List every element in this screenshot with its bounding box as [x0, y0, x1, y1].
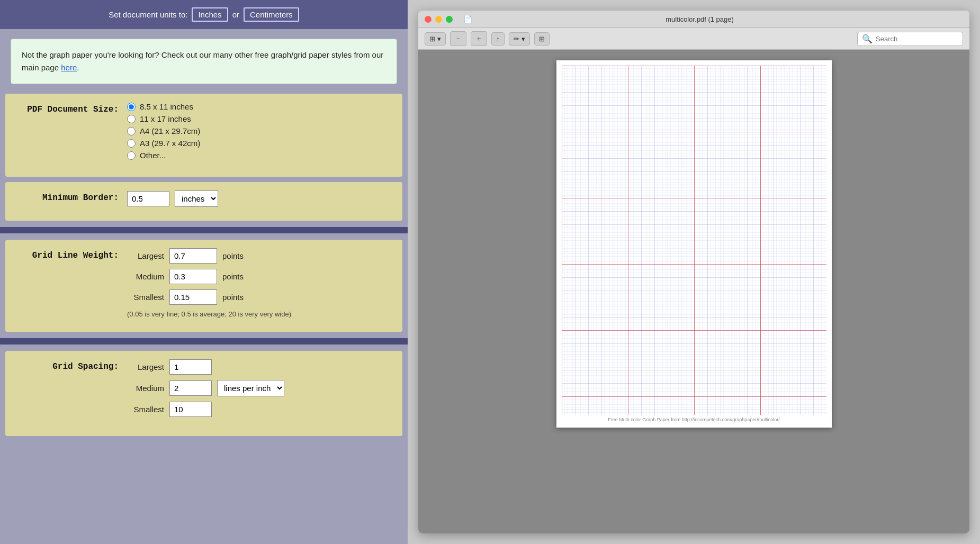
weight-largest-row: Largest points: [127, 248, 392, 264]
size-label-a3: A3 (29.7 x 42cm): [140, 139, 200, 148]
size-option-other[interactable]: Other...: [127, 151, 392, 160]
spacing-largest-input[interactable]: [169, 359, 212, 375]
grid-icon: ⊞: [539, 35, 545, 43]
weight-medium-label: Medium: [127, 272, 164, 281]
spacing-smallest-label: Smallest: [127, 405, 164, 414]
here-link[interactable]: here: [61, 63, 77, 72]
grid-weight-row: Grid Line Weight: Largest points Medium …: [16, 248, 392, 318]
more-button[interactable]: ⊞: [534, 32, 550, 46]
search-icon: 🔍: [862, 34, 873, 44]
weight-largest-unit: points: [222, 251, 244, 260]
set-units-label: Set document units to:: [109, 10, 187, 19]
grid-weight-label: Grid Line Weight:: [32, 251, 119, 260]
border-unit-select[interactable]: inches cm: [175, 191, 218, 207]
view-toggle-group: ⊞ ▾: [425, 32, 446, 46]
grid-weight-label-col: Grid Line Weight:: [16, 248, 127, 260]
min-border-row: Minimum Border: inches cm: [16, 191, 392, 207]
annotate-chevron-icon: ▾: [522, 35, 525, 43]
right-panel: 📄 multicolor.pdf (1 page) ⊞ ▾ － ＋ ↑: [408, 0, 980, 544]
weight-largest-label: Largest: [127, 251, 164, 260]
pdf-footer: Free Multi-color Graph Paper from http:/…: [562, 417, 826, 422]
search-box: 🔍: [857, 32, 963, 46]
grid-spacing-label-col: Grid Spacing:: [16, 359, 127, 371]
grid-spacing-section: Grid Spacing: Largest Medium lines per i…: [5, 351, 402, 436]
grid-view-icon: ⊞: [429, 35, 435, 43]
pdf-content: Free Multi-color Graph Paper from http:/…: [418, 50, 969, 533]
zoom-in-button[interactable]: ＋: [471, 31, 487, 46]
size-label-8511: 8.5 x 11 inches: [140, 102, 193, 111]
min-border-label: Minimum Border:: [42, 193, 119, 203]
spacing-smallest-row: Smallest: [127, 402, 392, 417]
divider-2: [0, 338, 408, 344]
weight-smallest-row: Smallest points: [127, 289, 392, 305]
pdf-toolbar: ⊞ ▾ － ＋ ↑ ✏ ▾ ⊞: [418, 28, 969, 50]
pen-icon: ✏: [514, 35, 519, 43]
info-box: Not the graph paper you're looking for? …: [11, 39, 397, 84]
min-border-controls: inches cm: [127, 191, 392, 207]
left-panel: Set document units to: Inches or Centime…: [0, 0, 408, 544]
inches-button[interactable]: Inches: [192, 7, 228, 22]
share-button[interactable]: ↑: [491, 32, 505, 46]
zoom-in-icon: ＋: [475, 34, 482, 43]
weight-smallest-label: Smallest: [127, 293, 164, 302]
pdf-window: 📄 multicolor.pdf (1 page) ⊞ ▾ － ＋ ↑: [418, 11, 969, 533]
border-input-row: inches cm: [127, 191, 392, 207]
weight-medium-row: Medium points: [127, 269, 392, 284]
zoom-out-icon: －: [455, 34, 462, 43]
size-label-1117: 11 x 17 inches: [140, 114, 191, 123]
svg-rect-3: [562, 66, 826, 415]
graph-paper: [562, 66, 826, 415]
weight-smallest-unit: points: [222, 293, 244, 302]
spacing-unit-select[interactable]: lines per inch lines per cm: [217, 380, 284, 396]
pdf-size-section: PDF Document Size: 8.5 x 11 inches 11 x …: [5, 94, 402, 177]
weight-medium-unit: points: [222, 272, 244, 281]
spacing-medium-input[interactable]: [169, 380, 212, 396]
spacing-largest-row: Largest: [127, 359, 392, 375]
grid-spacing-row: Grid Spacing: Largest Medium lines per i…: [16, 359, 392, 422]
size-label-a4: A4 (21 x 29.7cm): [140, 126, 200, 135]
pdf-size-row: PDF Document Size: 8.5 x 11 inches 11 x …: [16, 102, 392, 163]
min-border-label-col: Minimum Border:: [16, 191, 127, 203]
size-radio-other[interactable]: [127, 151, 136, 160]
pdf-size-label-col: PDF Document Size:: [16, 102, 127, 114]
size-option-8511[interactable]: 8.5 x 11 inches: [127, 102, 392, 111]
graph-paper-svg: [562, 66, 826, 415]
grid-spacing-label: Grid Spacing:: [52, 362, 119, 371]
view-toggle-button[interactable]: ⊞ ▾: [425, 32, 446, 46]
grid-weight-controls: Largest points Medium points Smallest po…: [127, 248, 392, 318]
share-icon: ↑: [496, 35, 500, 43]
spacing-largest-label: Largest: [127, 362, 164, 371]
weight-smallest-input[interactable]: [169, 289, 217, 305]
size-option-a3[interactable]: A3 (29.7 x 42cm): [127, 139, 392, 148]
grid-spacing-controls: Largest Medium lines per inch lines per …: [127, 359, 392, 422]
border-value-input[interactable]: [127, 191, 169, 206]
info-text: Not the graph paper you're looking for? …: [22, 50, 383, 72]
size-label-other: Other...: [140, 151, 166, 160]
size-radio-8511[interactable]: [127, 103, 136, 111]
pdf-size-options: 8.5 x 11 inches 11 x 17 inches A4 (21 x …: [127, 102, 392, 163]
size-radio-a3[interactable]: [127, 139, 136, 148]
grid-line-weight-section: Grid Line Weight: Largest points Medium …: [5, 240, 402, 332]
pdf-size-label: PDF Document Size:: [27, 105, 119, 114]
weight-medium-input[interactable]: [169, 269, 217, 284]
pdf-titlebar: 📄 multicolor.pdf (1 page): [418, 11, 969, 28]
divider-1: [0, 227, 408, 233]
size-radio-a4[interactable]: [127, 127, 136, 135]
spacing-smallest-input[interactable]: [169, 402, 212, 417]
spacing-medium-label: Medium: [127, 384, 164, 393]
top-bar: Set document units to: Inches or Centime…: [0, 0, 408, 29]
size-option-a4[interactable]: A4 (21 x 29.7cm): [127, 126, 392, 135]
weight-largest-input[interactable]: [169, 248, 217, 264]
close-button[interactable]: [425, 16, 431, 23]
spacing-medium-row: Medium lines per inch lines per cm: [127, 380, 392, 396]
search-input[interactable]: [876, 35, 958, 43]
annotate-button[interactable]: ✏ ▾: [509, 32, 530, 46]
size-option-1117[interactable]: 11 x 17 inches: [127, 114, 392, 123]
pdf-page: Free Multi-color Graph Paper from http:/…: [556, 60, 832, 428]
size-radio-1117[interactable]: [127, 115, 136, 123]
pdf-title: multicolor.pdf (1 page): [436, 15, 963, 23]
weight-hint: (0.05 is very fine; 0.5 is average; 20 i…: [127, 310, 392, 318]
centimeters-button[interactable]: Centimeters: [244, 7, 299, 22]
chevron-down-icon: ▾: [437, 35, 441, 43]
zoom-out-button[interactable]: －: [450, 31, 466, 46]
